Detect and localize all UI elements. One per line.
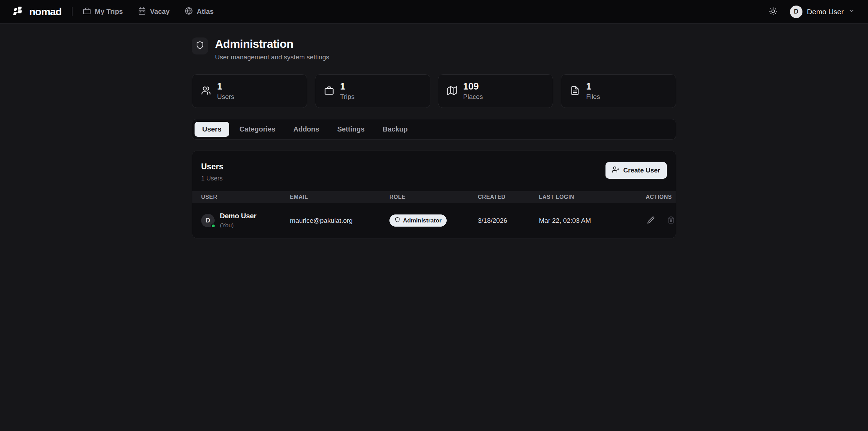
stat-label: Files [586, 93, 600, 101]
page-icon-box [192, 37, 208, 54]
create-user-button[interactable]: Create User [605, 162, 667, 179]
tab-settings[interactable]: Settings [329, 122, 372, 137]
chevron-down-icon [848, 8, 855, 16]
calendar-icon [138, 7, 146, 17]
main-content: Administration User management and syste… [192, 24, 676, 238]
tab-categories[interactable]: Categories [232, 122, 283, 137]
brand-logo[interactable]: nomad [13, 6, 61, 18]
nav-item-vacay[interactable]: Vacay [138, 7, 170, 17]
panel-title: Users [201, 162, 223, 171]
tab-backup[interactable]: Backup [375, 122, 415, 137]
stat-card-users: 1 Users [192, 74, 307, 108]
delete-user-button[interactable] [666, 215, 676, 226]
user-plus-icon [612, 166, 619, 175]
shield-icon [196, 41, 204, 51]
stat-value: 1 [340, 82, 355, 92]
panel-subtitle: 1 Users [201, 175, 223, 182]
users-panel: Users 1 Users Create User USER EMAIL ROL… [192, 151, 676, 238]
avatar: D [201, 214, 215, 227]
role-badge: Administrator [389, 214, 447, 227]
user-name: Demo User [220, 212, 257, 220]
stat-value: 109 [463, 82, 483, 92]
actions-cell [646, 215, 676, 226]
edit-user-button[interactable] [646, 215, 656, 226]
nav-item-label: Vacay [150, 8, 170, 16]
column-header-email: EMAIL [290, 194, 389, 200]
online-status-dot [211, 223, 216, 228]
role-label: Administrator [403, 217, 441, 224]
trash-icon [667, 216, 675, 225]
stat-label: Trips [340, 93, 355, 101]
users-table-header: USER EMAIL ROLE CREATED LAST LOGIN ACTIO… [192, 191, 676, 203]
tab-addons[interactable]: Addons [286, 122, 327, 137]
shield-icon [395, 217, 400, 224]
nomad-logo-icon [13, 6, 25, 18]
stat-label: Users [217, 93, 234, 101]
user-menu[interactable]: D Demo User [790, 6, 855, 18]
stat-label: Places [463, 93, 483, 101]
role-cell: Administrator [389, 214, 478, 227]
avatar: D [790, 6, 802, 18]
stat-value: 1 [586, 82, 600, 92]
nav-divider [72, 7, 72, 16]
column-header-role: ROLE [389, 194, 478, 200]
briefcase-icon [83, 7, 91, 17]
pencil-icon [647, 216, 655, 225]
top-nav: nomad My Trips Vacay Atlas [0, 0, 868, 24]
stats-row: 1 Users 1 Trips 109 Places [192, 74, 676, 108]
globe-icon [185, 7, 193, 17]
page-subtitle: User management and system settings [215, 53, 329, 61]
nav-right: D Demo User [767, 5, 855, 19]
sun-icon [769, 7, 777, 17]
create-user-label: Create User [623, 167, 660, 174]
table-row: D Demo User (You) maurice@pakulat.org Ad [192, 203, 676, 238]
email-cell: maurice@pakulat.org [290, 217, 389, 225]
users-panel-header: Users 1 Users Create User [192, 151, 676, 191]
theme-toggle-button[interactable] [767, 5, 780, 19]
stat-card-places: 109 Places [438, 74, 553, 108]
map-icon [447, 86, 457, 97]
last-login-cell: Mar 22, 02:03 AM [539, 217, 646, 225]
column-header-user: USER [201, 194, 290, 200]
nav-left: nomad My Trips Vacay Atlas [13, 6, 229, 18]
column-header-created: CREATED [478, 194, 539, 200]
nav-item-label: Atlas [197, 8, 214, 16]
created-cell: 3/18/2026 [478, 217, 539, 225]
users-icon [201, 86, 211, 97]
stat-value: 1 [217, 82, 234, 92]
user-name: Demo User [807, 8, 844, 16]
stat-card-files: 1 Files [561, 74, 676, 108]
tab-users[interactable]: Users [195, 122, 229, 137]
column-header-actions: ACTIONS [646, 194, 672, 200]
brand-name: nomad [29, 6, 61, 18]
page-title: Administration [215, 37, 329, 51]
file-icon [570, 86, 580, 97]
page-header: Administration User management and syste… [192, 37, 676, 61]
page-header-text: Administration User management and syste… [215, 37, 329, 61]
nav-item-label: My Trips [95, 8, 123, 16]
admin-tabbar: Users Categories Addons Settings Backup [192, 119, 676, 140]
briefcase-icon [324, 86, 334, 97]
nav-item-my-trips[interactable]: My Trips [83, 7, 123, 17]
app-root: nomad My Trips Vacay Atlas [0, 0, 868, 431]
user-cell: D Demo User (You) [201, 212, 290, 229]
column-header-last-login: LAST LOGIN [539, 194, 646, 200]
nav-item-atlas[interactable]: Atlas [185, 7, 214, 17]
you-label: (You) [220, 222, 257, 229]
stat-card-trips: 1 Trips [315, 74, 430, 108]
